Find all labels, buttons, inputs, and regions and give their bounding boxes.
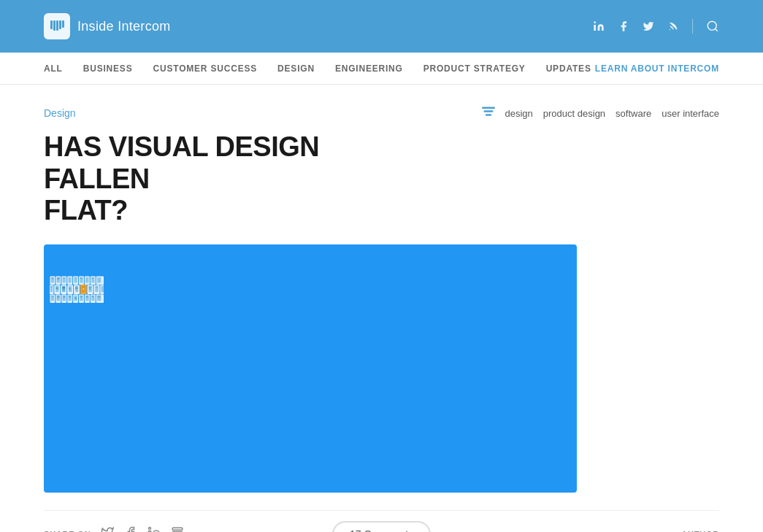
svg-rect-1 xyxy=(53,20,55,31)
search-icon[interactable] xyxy=(706,20,719,33)
svg-rect-15 xyxy=(51,278,53,279)
svg-rect-44 xyxy=(50,287,53,288)
svg-rect-61 xyxy=(69,290,72,290)
svg-point-71 xyxy=(83,293,84,293)
svg-rect-106 xyxy=(69,296,71,296)
svg-rect-60 xyxy=(69,288,70,289)
hero-image: ? xyxy=(44,244,577,493)
svg-rect-120 xyxy=(86,296,88,296)
svg-rect-131 xyxy=(97,296,100,296)
nav-item-design[interactable]: DESIGN xyxy=(277,53,315,84)
svg-rect-65 xyxy=(75,287,78,288)
header-divider xyxy=(692,19,693,34)
svg-rect-29 xyxy=(74,277,77,283)
svg-rect-41 xyxy=(97,277,101,283)
logo-icon xyxy=(44,13,70,39)
svg-rect-11 xyxy=(485,114,491,115)
svg-rect-93 xyxy=(57,296,59,296)
svg-text:?: ? xyxy=(83,288,85,291)
tag-design[interactable]: design xyxy=(505,108,533,119)
nav-item-customer-success[interactable]: CUSTOMER SUCCESS xyxy=(153,53,257,84)
svg-rect-43 xyxy=(50,286,53,292)
nav-items: ALL BUSINESS CUSTOMER SUCCESS DESIGN ENG… xyxy=(44,53,595,84)
linkedin-icon[interactable] xyxy=(593,20,605,32)
svg-rect-81 xyxy=(95,286,98,292)
svg-point-112 xyxy=(74,297,77,299)
svg-rect-0 xyxy=(50,20,53,29)
svg-rect-105 xyxy=(69,296,72,301)
svg-rect-23 xyxy=(63,277,66,283)
svg-point-84 xyxy=(96,291,97,292)
main-nav: ALL BUSINESS CUSTOMER SUCCESS DESIGN ENG… xyxy=(0,53,763,85)
filter-icon xyxy=(482,107,495,120)
svg-rect-37 xyxy=(91,277,94,283)
svg-rect-10 xyxy=(483,110,493,112)
svg-rect-82 xyxy=(96,287,99,288)
svg-rect-2 xyxy=(56,20,58,31)
comments-button[interactable]: 17 Comments xyxy=(332,521,431,532)
main-content: Design design product design software us… xyxy=(0,85,763,532)
facebook-icon[interactable] xyxy=(618,20,629,32)
tag-product-design[interactable]: product design xyxy=(543,108,605,119)
svg-rect-14 xyxy=(51,277,54,283)
svg-point-79 xyxy=(90,291,91,292)
svg-point-135 xyxy=(149,528,151,530)
svg-point-5 xyxy=(594,21,596,23)
svg-rect-27 xyxy=(69,277,72,283)
svg-point-7 xyxy=(708,21,716,30)
nav-item-updates[interactable]: UPDATES xyxy=(546,53,591,84)
tag-software[interactable]: software xyxy=(616,108,651,119)
svg-rect-3 xyxy=(59,20,61,29)
nav-item-business[interactable]: BUSINESS xyxy=(83,53,133,84)
svg-rect-130 xyxy=(97,296,101,301)
svg-rect-88 xyxy=(51,296,54,301)
svg-point-6 xyxy=(670,29,670,30)
nav-item-engineering[interactable]: ENGINEERING xyxy=(335,53,403,84)
share-section: SHARE ON xyxy=(44,526,332,532)
nav-item-all[interactable]: ALL xyxy=(44,53,63,84)
tags-row: Design design product design software us… xyxy=(44,107,719,120)
svg-rect-4 xyxy=(62,20,64,28)
logo[interactable]: Inside Intercom xyxy=(44,13,171,39)
svg-rect-126 xyxy=(92,296,94,296)
twitter-icon[interactable] xyxy=(643,20,654,32)
svg-point-57 xyxy=(64,291,64,292)
header-icons xyxy=(593,19,719,34)
phone-grid: ? xyxy=(44,244,577,493)
svg-rect-66 xyxy=(75,288,77,290)
twitter-share-icon[interactable] xyxy=(101,526,114,532)
article-category[interactable]: Design xyxy=(44,107,482,119)
svg-rect-99 xyxy=(63,296,65,296)
svg-rect-136 xyxy=(173,528,183,530)
buffer-share-icon[interactable] xyxy=(171,526,184,532)
svg-rect-98 xyxy=(63,296,66,301)
svg-rect-50 xyxy=(56,288,58,289)
tag-user-interface[interactable]: user interface xyxy=(662,108,719,119)
svg-rect-30 xyxy=(74,278,77,279)
svg-point-62 xyxy=(70,291,71,292)
svg-rect-21 xyxy=(57,280,59,280)
site-header: Inside Intercom xyxy=(0,0,763,53)
svg-rect-24 xyxy=(63,278,65,279)
svg-rect-119 xyxy=(85,296,88,301)
nav-item-product-strategy[interactable]: PRODUCT STRATEGY xyxy=(423,53,526,84)
svg-rect-38 xyxy=(92,278,94,279)
nav-learn-link[interactable]: LEARN ABOUT INTERCOM xyxy=(595,63,719,74)
svg-rect-86 xyxy=(101,286,104,292)
rss-icon[interactable] xyxy=(667,20,679,32)
svg-rect-125 xyxy=(91,296,94,301)
facebook-share-icon[interactable] xyxy=(124,526,137,532)
svg-rect-9 xyxy=(482,107,495,108)
bottom-bar: SHARE ON 17 Comments AUTHOR xyxy=(44,510,719,532)
svg-point-67 xyxy=(76,291,77,292)
article-title: HAS VISUAL DESIGN FALLEN FLAT? xyxy=(44,131,409,227)
svg-rect-20 xyxy=(57,278,59,280)
linkedin-share-icon[interactable] xyxy=(147,526,161,532)
svg-rect-74 xyxy=(89,287,92,288)
logo-text: Inside Intercom xyxy=(77,19,171,34)
svg-rect-114 xyxy=(80,296,83,301)
svg-rect-115 xyxy=(80,296,83,296)
svg-point-51 xyxy=(57,291,58,292)
svg-rect-54 xyxy=(62,287,65,289)
svg-line-8 xyxy=(715,28,717,31)
